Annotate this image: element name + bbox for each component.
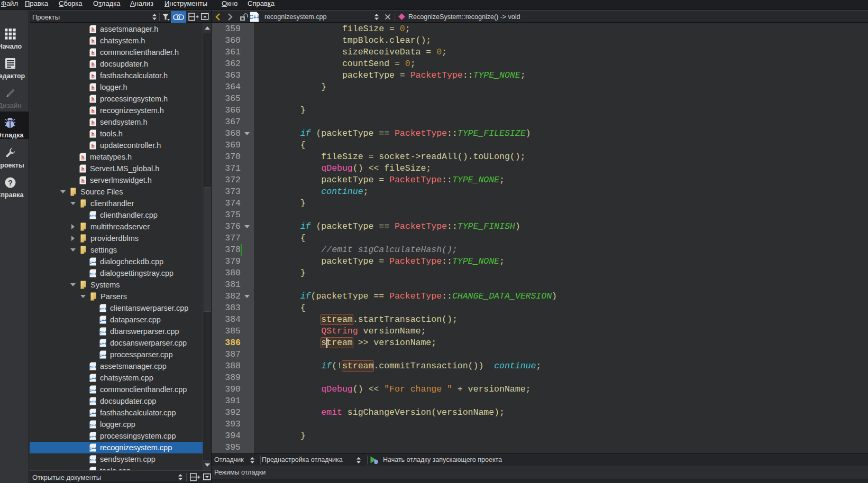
svg-text:c++: c++: [89, 388, 96, 393]
svg-text:h: h: [81, 166, 84, 172]
svg-text:c++: c++: [89, 434, 96, 439]
svg-text:h: h: [91, 50, 94, 56]
svg-text:c++: c++: [99, 330, 106, 335]
svg-text:h: h: [91, 73, 94, 79]
svg-text:h: h: [91, 62, 94, 68]
svg-text:c++: c++: [99, 353, 106, 358]
svg-text:c++: c++: [89, 272, 96, 276]
svg-text:h: h: [91, 85, 94, 91]
svg-text:h: h: [91, 120, 94, 126]
svg-text:c++: c++: [89, 365, 96, 369]
svg-text:c++: c++: [89, 213, 96, 218]
svg-text:c++: c++: [89, 260, 96, 265]
svg-text:h: h: [91, 108, 94, 114]
svg-text:c++: c++: [99, 318, 106, 323]
svg-text:c++: c++: [89, 411, 96, 416]
svg-text:c++: c++: [89, 423, 96, 428]
svg-text:h: h: [91, 39, 94, 44]
svg-text:h: h: [91, 97, 94, 103]
svg-text:h: h: [81, 178, 84, 184]
svg-text:c++: c++: [89, 458, 96, 462]
svg-text:?: ?: [8, 178, 13, 187]
svg-text:h: h: [91, 143, 94, 149]
svg-text:c++: c++: [89, 400, 96, 404]
svg-text:c++: c++: [89, 446, 96, 451]
svg-text:c++: c++: [99, 306, 106, 311]
svg-text:h: h: [81, 155, 84, 161]
svg-text:h: h: [91, 132, 94, 137]
svg-text:C++: C++: [250, 14, 259, 20]
svg-text:c++: c++: [89, 376, 96, 381]
svg-text:h: h: [91, 27, 94, 33]
svg-text:c++: c++: [99, 341, 106, 346]
